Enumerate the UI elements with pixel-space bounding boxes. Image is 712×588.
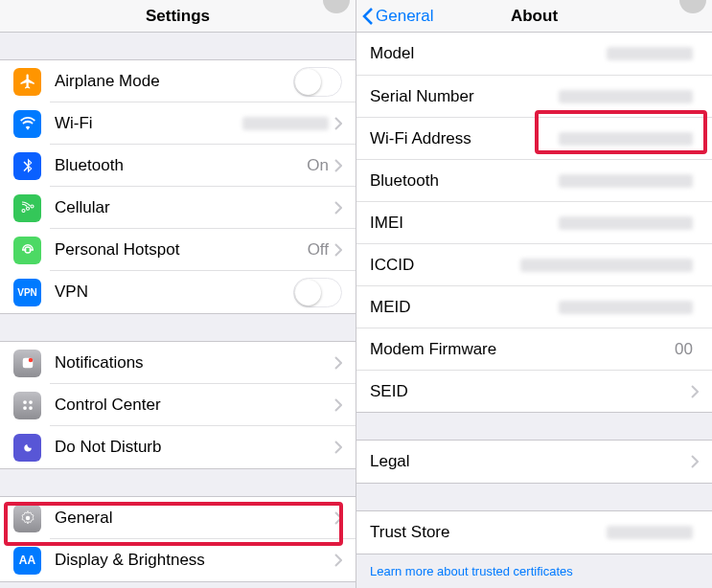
bluetooth-address-label: Bluetooth <box>370 171 559 191</box>
row-cellular[interactable]: Cellular <box>0 187 356 229</box>
row-serial-number: Serial Number <box>356 75 712 117</box>
wifi-icon <box>13 110 41 138</box>
settings-title: Settings <box>146 7 210 26</box>
about-group-info: Model Serial Number Wi-Fi Address Blueto… <box>356 33 712 413</box>
row-personal-hotspot[interactable]: Personal Hotspot Off <box>0 229 356 271</box>
assistive-touch-icon[interactable] <box>679 0 706 13</box>
bluetooth-value: On <box>307 156 329 175</box>
chevron-right-icon <box>334 159 342 172</box>
iccid-value-blurred <box>520 259 693 272</box>
row-model: Model <box>356 33 712 75</box>
cellular-icon <box>13 194 41 222</box>
chevron-right-icon <box>334 441 342 454</box>
dnd-label: Do Not Disturb <box>55 438 334 457</box>
chevron-right-icon <box>691 455 699 468</box>
chevron-right-icon <box>334 554 342 567</box>
settings-header: Settings <box>0 0 356 33</box>
model-label: Model <box>370 44 607 63</box>
legal-label: Legal <box>370 452 691 471</box>
wifi-label: Wi-Fi <box>55 114 242 133</box>
imei-value-blurred <box>559 216 693 230</box>
settings-panel: Settings Airplane Mode Wi-Fi Bluetooth O… <box>0 0 356 588</box>
bluetooth-icon <box>13 152 41 180</box>
bluetooth-label: Bluetooth <box>55 156 307 175</box>
about-title: About <box>511 7 558 26</box>
settings-group-network: Airplane Mode Wi-Fi Bluetooth On Cellula… <box>0 59 356 314</box>
chevron-right-icon <box>334 398 342 412</box>
meid-value-blurred <box>559 301 693 314</box>
row-wifi[interactable]: Wi-Fi <box>0 102 356 145</box>
iccid-label: ICCID <box>370 256 520 275</box>
back-label: General <box>376 7 433 26</box>
svg-point-5 <box>29 406 33 410</box>
meid-label: MEID <box>370 298 559 317</box>
row-display-brightness[interactable]: AA Display & Brightness <box>0 539 356 581</box>
about-header: General About <box>356 0 712 33</box>
control-center-icon <box>13 392 41 419</box>
model-value-blurred <box>607 47 693 60</box>
serial-label: Serial Number <box>370 87 559 106</box>
chevron-right-icon <box>334 511 342 525</box>
row-do-not-disturb[interactable]: Do Not Disturb <box>0 426 356 468</box>
about-panel: General About Model Serial Number Wi-Fi … <box>356 0 712 588</box>
row-bluetooth[interactable]: Bluetooth On <box>0 145 356 187</box>
trust-store-value-blurred <box>607 526 693 539</box>
vpn-label: VPN <box>55 283 293 302</box>
trusted-certificates-link[interactable]: Learn more about trusted certificates <box>356 554 712 588</box>
imei-label: IMEI <box>370 214 559 233</box>
cellular-label: Cellular <box>55 198 334 217</box>
vpn-switch[interactable] <box>293 278 342 307</box>
settings-group-general: General AA Display & Brightness <box>0 496 356 582</box>
hotspot-value: Off <box>308 240 329 260</box>
assistive-touch-icon[interactable] <box>323 0 350 13</box>
row-modem-firmware: Modem Firmware 00 <box>356 328 712 370</box>
row-control-center[interactable]: Control Center <box>0 384 356 426</box>
display-label: Display & Brightness <box>55 551 334 570</box>
row-vpn[interactable]: VPN VPN <box>0 271 356 313</box>
modem-value: 00 <box>675 340 693 359</box>
row-trust-store: Trust Store <box>356 511 712 554</box>
row-meid: MEID <box>356 285 712 328</box>
airplane-switch[interactable] <box>293 67 342 97</box>
airplane-icon <box>13 68 41 96</box>
seid-label: SEID <box>370 382 691 401</box>
chevron-right-icon <box>691 385 699 398</box>
row-airplane-mode[interactable]: Airplane Mode <box>0 60 356 102</box>
trust-store-label: Trust Store <box>370 523 607 542</box>
notifications-label: Notifications <box>55 353 334 373</box>
back-button[interactable]: General <box>362 0 433 32</box>
row-seid[interactable]: SEID <box>356 370 712 412</box>
row-legal[interactable]: Legal <box>356 441 712 483</box>
hotspot-icon <box>13 237 41 264</box>
wifi-address-value-blurred <box>559 132 693 146</box>
row-general[interactable]: General <box>0 497 356 539</box>
svg-point-6 <box>25 516 30 521</box>
wifi-address-label: Wi-Fi Address <box>370 129 559 148</box>
bluetooth-address-value-blurred <box>559 174 693 188</box>
chevron-right-icon <box>334 201 342 215</box>
general-icon <box>13 505 41 532</box>
row-wifi-address: Wi-Fi Address <box>356 117 712 159</box>
display-brightness-icon: AA <box>13 547 41 575</box>
control-center-label: Control Center <box>55 396 334 415</box>
vpn-icon: VPN <box>13 279 41 306</box>
general-label: General <box>55 509 334 528</box>
notifications-icon <box>13 350 41 377</box>
about-group-trust: Trust Store <box>356 510 712 554</box>
about-group-legal: Legal <box>356 440 712 484</box>
row-iccid: ICCID <box>356 243 712 285</box>
modem-label: Modem Firmware <box>370 340 675 359</box>
settings-group-notifications: Notifications Control Center Do Not Dist… <box>0 341 356 469</box>
airplane-label: Airplane Mode <box>55 72 293 91</box>
chevron-right-icon <box>334 356 342 370</box>
row-notifications[interactable]: Notifications <box>0 342 356 384</box>
chevron-right-icon <box>334 117 342 130</box>
svg-point-2 <box>23 400 27 404</box>
row-bluetooth-address: Bluetooth <box>356 159 712 201</box>
serial-value-blurred <box>559 90 693 103</box>
svg-point-3 <box>29 400 33 404</box>
hotspot-label: Personal Hotspot <box>55 240 308 260</box>
wifi-value-blurred <box>242 117 329 130</box>
dnd-icon <box>13 434 41 462</box>
row-imei: IMEI <box>356 201 712 243</box>
